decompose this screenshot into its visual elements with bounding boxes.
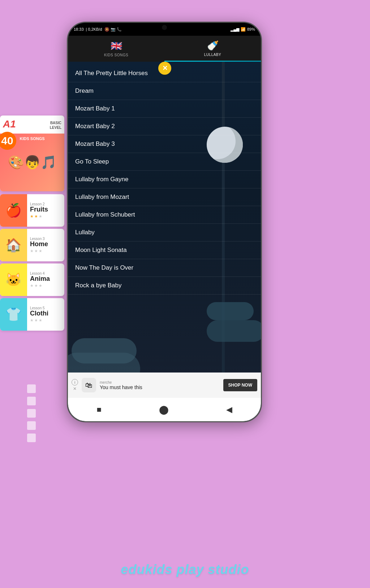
song-item-3[interactable]: Mozart Baby 2 bbox=[68, 118, 261, 135]
lesson-title-fruits: Fruits bbox=[30, 206, 61, 213]
lesson-stars-clothing: ★ ★ ★ bbox=[30, 318, 61, 323]
nav-back-button[interactable]: ◀ bbox=[226, 405, 232, 414]
lesson-card-home[interactable]: 🏠 Lesson 3 Home ★ ★ ★ bbox=[0, 229, 64, 261]
dot-4 bbox=[27, 421, 36, 430]
dot-5 bbox=[27, 434, 36, 442]
number-badge: 40 bbox=[0, 132, 16, 150]
kids-songs-icon: 🇬🇧 bbox=[111, 40, 122, 52]
signal-bars: ▂▄▆ bbox=[231, 27, 239, 32]
lesson-card-fruits[interactable]: 🍎 Lesson 2 Fruits ★ ★ ★ bbox=[0, 194, 64, 227]
dot-2 bbox=[27, 397, 36, 405]
tab-lullaby[interactable]: 🍼 LULLABY bbox=[164, 36, 261, 62]
camera-notch bbox=[162, 25, 167, 30]
star-2: ★ bbox=[34, 249, 38, 253]
level-text: BASIC LEVEL bbox=[50, 121, 61, 130]
status-left: 18:33 | 0,2KB/d 🔕 📷 📞 bbox=[74, 27, 122, 32]
lesson-info-home: Lesson 3 Home ★ ★ ★ bbox=[27, 235, 64, 256]
lesson-card-animals[interactable]: 🐱 Lesson 4 Anima ★ ★ ★ bbox=[0, 263, 64, 296]
lullaby-label: LULLABY bbox=[204, 53, 221, 57]
star-2: ★ bbox=[34, 214, 38, 219]
star-3: ★ bbox=[39, 283, 42, 288]
star-1: ★ bbox=[30, 249, 34, 253]
lesson-thumb-animals: 🐱 bbox=[0, 263, 27, 296]
status-network: | 0,2KB/d bbox=[86, 27, 102, 31]
a1-badge: A1 bbox=[3, 118, 16, 130]
status-right: ▂▄▆ 📶 89% bbox=[231, 27, 255, 32]
ad-info-icon[interactable]: i bbox=[72, 379, 78, 386]
cloud-1 bbox=[207, 302, 254, 320]
lesson-stars-fruits: ★ ★ ★ bbox=[30, 214, 61, 219]
star-3: ★ bbox=[39, 318, 42, 323]
dot-1 bbox=[27, 384, 36, 393]
dot-indicators bbox=[27, 384, 36, 442]
ad-close-icon[interactable]: ✕ bbox=[73, 386, 77, 391]
close-button[interactable]: ✕ bbox=[158, 62, 171, 75]
tab-bar: 🇬🇧 KIDS SONGS 🍼 LULLABY bbox=[68, 36, 261, 62]
sidebar: A1 BASIC LEVEL 40 KIDS SONGS 🎨👦🎵 🍎 Lesso… bbox=[0, 116, 64, 333]
level-label: LEVEL bbox=[50, 125, 61, 130]
star-1: ★ bbox=[30, 283, 34, 288]
tab-active-indicator bbox=[164, 61, 261, 62]
lesson-thumb-clothing: 👕 bbox=[0, 298, 27, 331]
ad-bar: i ✕ 🛍 merche You must have this SHOP NOW bbox=[68, 373, 261, 398]
lesson-card-clothing[interactable]: 👕 Lesson 5 Clothi ★ ★ ★ bbox=[0, 298, 64, 331]
status-icons: 🔕 📷 📞 bbox=[104, 27, 122, 32]
lesson-info-clothing: Lesson 5 Clothi ★ ★ ★ bbox=[27, 304, 64, 325]
a1-level-card[interactable]: A1 BASIC LEVEL 40 KIDS SONGS 🎨👦🎵 bbox=[0, 116, 64, 191]
lesson-thumb-fruits: 🍎 bbox=[0, 194, 27, 227]
nav-square-button[interactable]: ■ bbox=[96, 405, 101, 414]
lullaby-icon: 🍼 bbox=[207, 40, 219, 51]
song-item-4[interactable]: Mozart Baby 3 bbox=[68, 135, 261, 153]
song-item-6[interactable]: Lullaby from Gayne bbox=[68, 171, 261, 188]
status-bar: 18:33 | 0,2KB/d 🔕 📷 📞 ▂▄▆ 📶 89% bbox=[68, 23, 261, 36]
ad-left-icons: i ✕ bbox=[72, 379, 78, 391]
star-1: ★ bbox=[30, 214, 34, 219]
song-item-1[interactable]: Dream bbox=[68, 82, 261, 100]
song-item-2[interactable]: Mozart Baby 1 bbox=[68, 100, 261, 118]
lesson-info-fruits: Lesson 2 Fruits ★ ★ ★ bbox=[27, 200, 64, 221]
dot-3 bbox=[27, 409, 36, 418]
star-2: ★ bbox=[34, 318, 38, 323]
star-1: ★ bbox=[30, 318, 34, 323]
lesson-title-home: Home bbox=[30, 241, 61, 248]
star-3: ★ bbox=[39, 249, 42, 253]
a1-image-area: 40 KIDS SONGS 🎨👦🎵 bbox=[0, 134, 64, 191]
cartoon-figures: 🎨👦🎵 bbox=[8, 155, 57, 170]
song-item-7[interactable]: Lullaby from Mozart bbox=[68, 188, 261, 206]
phone-frame: 18:33 | 0,2KB/d 🔕 📷 📞 ▂▄▆ 📶 89% 🇬🇧 KIDS … bbox=[67, 22, 262, 422]
song-list[interactable]: All The Pretty Little Horses Dream Mozar… bbox=[68, 62, 261, 385]
wifi-icon: 📶 bbox=[241, 27, 246, 32]
song-item-5[interactable]: Go To Sleep bbox=[68, 153, 261, 171]
lesson-thumb-home: 🏠 bbox=[0, 229, 27, 261]
song-item-9[interactable]: Lullaby bbox=[68, 224, 261, 241]
tab-kids-songs[interactable]: 🇬🇧 KIDS SONGS bbox=[68, 36, 164, 62]
lesson-stars-animals: ★ ★ ★ bbox=[30, 283, 61, 288]
star-2: ★ bbox=[34, 283, 38, 288]
song-list-content: All The Pretty Little Horses Dream Mozar… bbox=[68, 62, 261, 295]
ad-brand: merche bbox=[100, 380, 220, 384]
branding-text: edukids play studio bbox=[0, 562, 370, 577]
lesson-title-clothing: Clothi bbox=[30, 310, 61, 317]
basic-label: BASIC bbox=[50, 121, 61, 125]
star-3: ★ bbox=[39, 214, 42, 219]
lesson-stars-home: ★ ★ ★ bbox=[30, 249, 61, 253]
ad-text: merche You must have this bbox=[100, 380, 220, 390]
nav-home-button[interactable]: ⬤ bbox=[159, 405, 169, 415]
phone-screen: 18:33 | 0,2KB/d 🔕 📷 📞 ▂▄▆ 📶 89% 🇬🇧 KIDS … bbox=[68, 23, 261, 421]
ad-tagline: You must have this bbox=[100, 384, 220, 390]
kids-songs-label: KIDS SONGS bbox=[20, 136, 44, 141]
kids-songs-label: KIDS SONGS bbox=[104, 53, 128, 57]
song-item-8[interactable]: Lullaby from Schubert bbox=[68, 206, 261, 224]
shop-now-button[interactable]: SHOP NOW bbox=[223, 379, 257, 391]
song-item-11[interactable]: Now The Day is Over bbox=[68, 259, 261, 277]
song-item-12[interactable]: Rock a bye Baby bbox=[68, 277, 261, 295]
bottom-nav: ■ ⬤ ◀ bbox=[68, 398, 261, 421]
song-item-10[interactable]: Moon Light Sonata bbox=[68, 241, 261, 259]
battery: 89% bbox=[247, 27, 255, 31]
lesson-info-animals: Lesson 4 Anima ★ ★ ★ bbox=[27, 269, 64, 290]
ad-brand-icon: 🛍 bbox=[82, 378, 96, 392]
lesson-title-animals: Anima bbox=[30, 275, 61, 283]
status-time: 18:33 bbox=[74, 27, 84, 31]
cloud-2 bbox=[207, 320, 261, 342]
